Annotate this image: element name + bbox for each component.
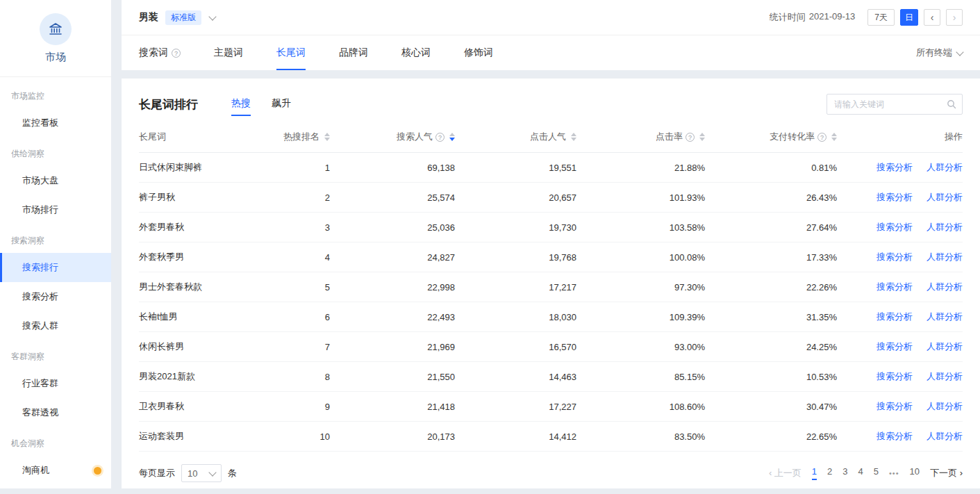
- search-popularity-cell: 25,036: [330, 222, 455, 233]
- crowd-analysis-link[interactable]: 人群分析: [927, 251, 963, 263]
- page-number-4[interactable]: 4: [858, 466, 863, 480]
- search-analysis-link[interactable]: 搜索分析: [877, 311, 913, 323]
- crowd-analysis-link[interactable]: 人群分析: [927, 430, 963, 443]
- date-prev-button[interactable]: ‹: [924, 9, 940, 26]
- subtab-soaring[interactable]: 飙升: [272, 97, 291, 116]
- column-label: 长尾词: [139, 131, 166, 143]
- click-popularity-cell: 19,730: [455, 222, 576, 233]
- keyword-search-input[interactable]: [827, 94, 963, 115]
- rank-cell: 1: [278, 163, 330, 173]
- click-rate-cell: 101.93%: [576, 192, 705, 203]
- click-rate-cell: 103.58%: [576, 222, 705, 233]
- search-analysis-link[interactable]: 搜索分析: [877, 281, 913, 293]
- topbar-controls: 统计时间 2021-09-13 7天 日 ‹ ›: [770, 9, 963, 26]
- sidebar-section-header: 机会洞察: [0, 427, 111, 456]
- sidebar-item[interactable]: 行业客群: [0, 369, 111, 398]
- search-analysis-link[interactable]: 搜索分析: [877, 430, 913, 443]
- sidebar-item[interactable]: 客群透视: [0, 398, 111, 427]
- prev-page-button: ‹ 上一页: [769, 467, 802, 479]
- tab-theme-words[interactable]: 主题词: [214, 35, 243, 70]
- panel-title: 长尾词排行: [139, 97, 198, 113]
- crowd-analysis-link[interactable]: 人群分析: [927, 311, 963, 323]
- rank-cell: 2: [278, 192, 330, 203]
- crowd-analysis-link[interactable]: 人群分析: [927, 281, 963, 293]
- page-number-5[interactable]: 5: [874, 466, 879, 480]
- rank-cell: 3: [278, 222, 330, 233]
- sidebar-section-header: 供给洞察: [0, 138, 111, 166]
- date-next-button[interactable]: ›: [946, 9, 963, 26]
- pay-conversion-cell: 26.43%: [705, 192, 837, 203]
- sidebar-item-label: 搜索人群: [22, 320, 58, 332]
- tab-core-words[interactable]: 核心词: [401, 35, 431, 70]
- sidebar-item[interactable]: 淘商机: [0, 456, 111, 485]
- sidebar-section-header: 客群洞察: [0, 340, 111, 369]
- page-number-1[interactable]: 1: [812, 466, 817, 480]
- tab-label: 主题词: [214, 47, 243, 59]
- help-icon: ?: [172, 49, 181, 58]
- search-analysis-link[interactable]: 搜索分析: [877, 400, 913, 413]
- ranking-panel: 长尾词排行 热搜飙升 长尾词热搜排名搜索人气?点击人气点击率?支付转化率?操作 …: [122, 79, 980, 488]
- keyword-cell: 外套秋季男: [139, 251, 278, 263]
- tab-brand-words[interactable]: 品牌词: [339, 35, 368, 70]
- next-page-button[interactable]: 下一页 ›: [930, 467, 963, 479]
- crowd-analysis-link[interactable]: 人群分析: [927, 400, 963, 413]
- sidebar-item[interactable]: 搜索分析: [0, 282, 111, 311]
- page-number-10[interactable]: 10: [910, 466, 920, 480]
- stat-time-label: 统计时间: [770, 11, 806, 24]
- search-analysis-link[interactable]: 搜索分析: [877, 340, 913, 353]
- column-header: 长尾词: [139, 131, 278, 143]
- search-popularity-cell: 21,550: [330, 372, 455, 382]
- tab-search-words[interactable]: 搜索词?: [139, 35, 181, 70]
- sidebar-item[interactable]: 监控看板: [0, 108, 111, 138]
- keyword-search: [827, 94, 963, 115]
- tab-longtail-words[interactable]: 长尾词: [276, 35, 306, 70]
- sidebar-item[interactable]: 市场大盘: [0, 166, 111, 195]
- terminal-filter[interactable]: 所有终端: [916, 47, 963, 59]
- rank-cell: 7: [278, 342, 330, 352]
- range-7d-button[interactable]: 7天: [867, 9, 895, 26]
- crowd-analysis-link[interactable]: 人群分析: [927, 370, 963, 383]
- sidebar-item[interactable]: 市场排行: [0, 195, 111, 224]
- page-number-3[interactable]: 3: [842, 466, 847, 480]
- pay-conversion-cell: 27.64%: [705, 222, 837, 233]
- sidebar-item[interactable]: 搜索人群: [0, 311, 111, 340]
- sort-icon[interactable]: [324, 133, 330, 141]
- crowd-analysis-link[interactable]: 人群分析: [927, 340, 963, 353]
- sidebar-section-header: 市场监控: [0, 80, 111, 108]
- column-label: 支付转化率: [770, 131, 815, 143]
- sidebar-item-label: 监控看板: [22, 117, 58, 129]
- sort-asc-icon: [571, 133, 576, 136]
- search-icon[interactable]: [947, 99, 956, 111]
- sort-icon[interactable]: [449, 133, 455, 141]
- search-analysis-link[interactable]: 搜索分析: [877, 370, 913, 383]
- page-number-2[interactable]: 2: [827, 466, 832, 480]
- table-row: 外套秋季男424,82719,768100.08%17.33%搜索分析人群分析: [139, 242, 963, 272]
- range-day-button[interactable]: 日: [900, 9, 918, 26]
- crowd-analysis-link[interactable]: 人群分析: [927, 221, 963, 233]
- column-header: 点击人气: [455, 131, 576, 143]
- chevron-down-icon[interactable]: [208, 13, 216, 20]
- sort-icon[interactable]: [571, 133, 576, 141]
- search-popularity-cell: 22,998: [330, 282, 455, 293]
- pay-conversion-cell: 30.47%: [705, 402, 837, 412]
- tab-modifier-words[interactable]: 修饰词: [464, 35, 493, 70]
- search-analysis-link[interactable]: 搜索分析: [877, 251, 913, 263]
- click-rate-cell: 97.30%: [576, 282, 705, 293]
- sort-icon[interactable]: [831, 133, 837, 141]
- keyword-cell: 日式休闲束脚裤: [139, 161, 278, 174]
- search-analysis-link[interactable]: 搜索分析: [877, 191, 913, 204]
- category-title: 男装: [139, 11, 158, 24]
- search-popularity-cell: 20,173: [330, 431, 455, 442]
- sidebar-section-header: 搜索洞察: [0, 224, 111, 253]
- page-size-select[interactable]: 10: [181, 464, 222, 482]
- search-analysis-link[interactable]: 搜索分析: [877, 221, 913, 233]
- actions-cell: 搜索分析人群分析: [837, 281, 963, 293]
- column-label: 点击人气: [530, 131, 566, 143]
- search-popularity-cell: 21,418: [330, 402, 455, 412]
- crowd-analysis-link[interactable]: 人群分析: [927, 161, 963, 174]
- search-analysis-link[interactable]: 搜索分析: [877, 161, 913, 174]
- sort-icon[interactable]: [699, 133, 705, 141]
- sidebar-item[interactable]: 搜索排行: [0, 253, 111, 282]
- crowd-analysis-link[interactable]: 人群分析: [927, 191, 963, 204]
- subtab-hot-search[interactable]: 热搜: [231, 97, 251, 116]
